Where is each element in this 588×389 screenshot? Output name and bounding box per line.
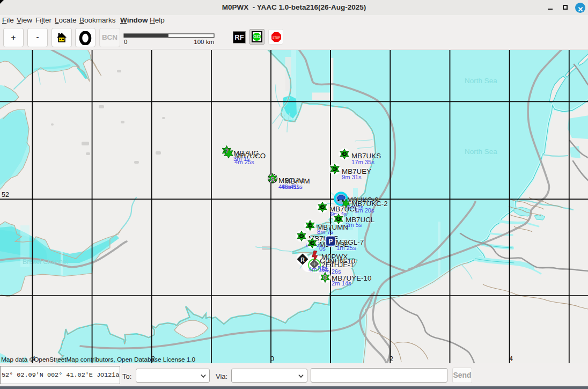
svg-text:?: ?	[225, 148, 229, 154]
svg-text:D: D	[337, 217, 340, 221]
svg-text:100 km: 100 km	[194, 39, 214, 45]
svg-text:I: I	[325, 276, 326, 280]
svg-text:D: D	[343, 152, 346, 156]
svg-text:D: D	[300, 234, 303, 238]
svg-text:4m 25s: 4m 25s	[234, 159, 254, 165]
svg-text:D: D	[321, 205, 324, 209]
svg-text:North Sea: North Sea	[465, 77, 497, 85]
svg-text:D: D	[309, 224, 312, 227]
svg-text:1m 25s: 1m 25s	[336, 245, 356, 251]
svg-text:S: S	[270, 176, 274, 182]
svg-text:R: R	[300, 256, 305, 263]
svg-text:D: D	[334, 167, 336, 171]
svg-text:P: P	[328, 238, 333, 245]
svg-text:17m 35s: 17m 35s	[351, 159, 374, 165]
svg-text:46m51s: 46m51s	[281, 184, 303, 190]
svg-text:Bristol Channel: Bristol Channel	[23, 258, 68, 266]
svg-text:52: 52	[2, 191, 9, 199]
svg-text:2m 14s: 2m 14s	[332, 280, 351, 287]
svg-text:STOP: STOP	[272, 36, 280, 39]
svg-text:4: 4	[509, 355, 513, 363]
svg-text:0: 0	[124, 39, 127, 45]
svg-text:D: D	[311, 241, 314, 245]
svg-text:2: 2	[389, 355, 393, 363]
svg-text:0: 0	[270, 355, 274, 363]
svg-text:North Sea: North Sea	[465, 148, 497, 156]
svg-text:0s: 0s	[319, 245, 326, 252]
svg-text:9m 31s: 9m 31s	[342, 174, 362, 180]
svg-text:Map data ©OpenStreetMap contri: Map data ©OpenStreetMap contributors, Op…	[1, 356, 196, 363]
